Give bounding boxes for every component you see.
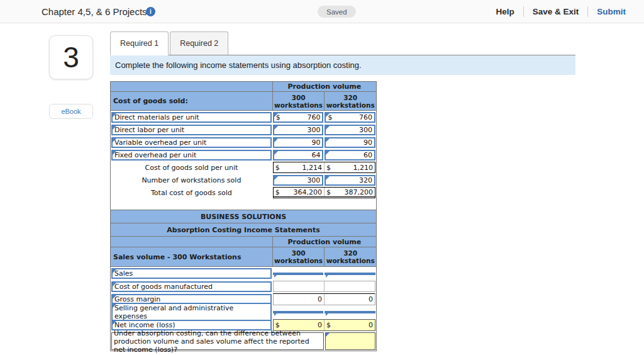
table-row: Net income (loss) $0 $0 bbox=[111, 318, 376, 332]
answer-flag-icon bbox=[326, 151, 330, 155]
input-cell[interactable]: $760 bbox=[325, 112, 375, 123]
t1-corner-cell bbox=[111, 82, 272, 92]
submit-button[interactable]: Submit bbox=[597, 7, 626, 16]
table-row: Sales bbox=[111, 267, 376, 280]
save-exit-button[interactable]: Save & Exit bbox=[533, 7, 579, 16]
calculated-cell: $387,200 bbox=[324, 188, 375, 196]
cell-value: 387,200 bbox=[345, 188, 374, 196]
cell-value: 364,200 bbox=[293, 188, 322, 196]
answer-flag-icon bbox=[113, 304, 116, 308]
row-label-select[interactable]: Cost of goods manufactured bbox=[111, 281, 272, 292]
cell-value: 760 bbox=[359, 113, 372, 121]
input-cell[interactable]: 90 bbox=[273, 137, 324, 148]
row-label: Total cost of goods sold bbox=[111, 186, 272, 199]
table-row: Fixed overhead per unit 64 60 bbox=[111, 149, 376, 161]
table-row: Cost of goods sold: 300 workstations 320… bbox=[111, 92, 376, 111]
input-cell[interactable] bbox=[325, 273, 375, 275]
row-label: Sales bbox=[114, 269, 133, 278]
question-text: Under absorption costing, can the differ… bbox=[111, 332, 324, 350]
table-row: Number of workstations sold 300 320 bbox=[111, 174, 376, 186]
row-label-select[interactable]: Variable overhead per unit bbox=[111, 137, 272, 148]
calculated-pair bbox=[273, 281, 375, 292]
calculated-cell bbox=[324, 281, 375, 291]
answer-flag-icon bbox=[274, 176, 278, 180]
cell-value: 1,214 bbox=[302, 164, 322, 172]
saved-badge: Saved bbox=[318, 6, 356, 18]
cell-value: 0 bbox=[369, 295, 373, 303]
table-row: Direct labor per unit 300 300 bbox=[111, 123, 376, 136]
table-row: Variable overhead per unit 90 90 bbox=[111, 136, 376, 149]
answer-flag-icon bbox=[274, 312, 278, 316]
table-row: Direct materials per unit $760 $760 bbox=[111, 111, 376, 123]
assignment-title: Chapter 4,5, & 6 Projects bbox=[42, 0, 147, 23]
top-bar: Chapter 4,5, & 6 Projects i Saved Help S… bbox=[0, 0, 644, 23]
cell-value: 300 bbox=[307, 126, 320, 134]
answer-flag-icon bbox=[326, 176, 330, 180]
cell-value: 1,210 bbox=[353, 164, 374, 172]
table-row: Production volume bbox=[111, 237, 376, 247]
t1-production-volume-header: Production volume bbox=[272, 82, 376, 92]
table-row: Selling general and administrative expen… bbox=[111, 306, 376, 318]
answer-flag-icon bbox=[113, 113, 116, 117]
answer-flag-icon bbox=[274, 151, 278, 155]
answer-flag-icon bbox=[274, 138, 278, 142]
question-answer-dropdown[interactable] bbox=[325, 332, 375, 350]
dollar-sign: $ bbox=[326, 188, 331, 196]
calculated-cell bbox=[274, 281, 324, 291]
row-label-select[interactable]: Fixed overhead per unit bbox=[111, 150, 272, 161]
sales-volume-header: Sales volume - 300 Workstations bbox=[111, 247, 272, 267]
row-label-select[interactable]: Selling general and administrative expen… bbox=[111, 303, 272, 322]
input-cell[interactable]: 300 bbox=[325, 125, 375, 135]
cell-value: 64 bbox=[311, 151, 320, 159]
input-cell[interactable]: 60 bbox=[325, 150, 375, 161]
input-cell[interactable]: 64 bbox=[273, 150, 324, 161]
row-label: Direct labor per unit bbox=[114, 126, 184, 134]
input-cell[interactable]: 90 bbox=[325, 137, 375, 148]
row-label-select[interactable]: Direct materials per unit bbox=[111, 112, 272, 123]
cell-value: 0 bbox=[318, 295, 322, 303]
answer-flag-icon bbox=[113, 321, 116, 325]
table-row: Sales volume - 300 Workstations 300 work… bbox=[111, 247, 376, 267]
cell-value: 60 bbox=[364, 151, 372, 159]
input-cell[interactable]: $760 bbox=[273, 112, 324, 123]
dollar-sign: $ bbox=[275, 321, 280, 329]
row-label-select[interactable]: Sales bbox=[111, 268, 272, 279]
tab-required-2[interactable]: Required 2 bbox=[170, 31, 228, 55]
answer-flag-icon bbox=[274, 113, 278, 117]
input-cell[interactable]: 300 bbox=[273, 125, 324, 135]
answer-flag-icon bbox=[326, 126, 330, 130]
question-row: Under absorption costing, can the differ… bbox=[111, 332, 376, 351]
answer-flag-icon bbox=[113, 138, 116, 142]
page: Chapter 4,5, & 6 Projects i Saved Help S… bbox=[0, 0, 644, 355]
ebook-button[interactable]: eBook bbox=[49, 104, 93, 119]
row-label: Cost of goods sold per unit bbox=[111, 161, 272, 174]
row-label-select[interactable]: Direct labor per unit bbox=[111, 125, 272, 135]
help-button[interactable]: Help bbox=[496, 7, 514, 16]
cell-value: 300 bbox=[307, 176, 320, 184]
row-label: Net income (loss) bbox=[114, 321, 175, 329]
divider bbox=[587, 6, 588, 17]
row-label: Number of workstations sold bbox=[111, 174, 272, 186]
calculated-cell: $364,200 bbox=[274, 188, 324, 196]
input-cell[interactable]: 300 bbox=[273, 175, 324, 186]
t1-col-300-header: 300 workstations bbox=[272, 92, 325, 111]
input-cell[interactable] bbox=[273, 311, 324, 313]
divider bbox=[523, 6, 524, 17]
info-icon-glyph: i bbox=[150, 8, 152, 15]
answer-flag-icon bbox=[326, 333, 330, 337]
row-label-select[interactable]: Net income (loss) bbox=[111, 320, 272, 330]
info-icon[interactable]: i bbox=[146, 7, 155, 16]
input-cell[interactable] bbox=[325, 311, 375, 313]
answer-flag-icon bbox=[113, 295, 116, 299]
dollar-sign: $ bbox=[275, 164, 280, 172]
topbar-actions: Help Save & Exit Submit bbox=[496, 0, 626, 23]
input-cell[interactable]: 320 bbox=[325, 175, 375, 186]
input-cell[interactable] bbox=[273, 273, 324, 275]
instruction-text: Complete the following income statements… bbox=[115, 60, 362, 70]
answer-flag-icon bbox=[326, 138, 330, 142]
tab-required-1[interactable]: Required 1 bbox=[110, 31, 169, 55]
answer-flag-icon bbox=[113, 269, 116, 273]
worksheet: Production volume Cost of goods sold: 30… bbox=[110, 81, 377, 351]
row-label: Variable overhead per unit bbox=[114, 138, 206, 147]
calculated-cell: $1,214 bbox=[274, 162, 324, 172]
